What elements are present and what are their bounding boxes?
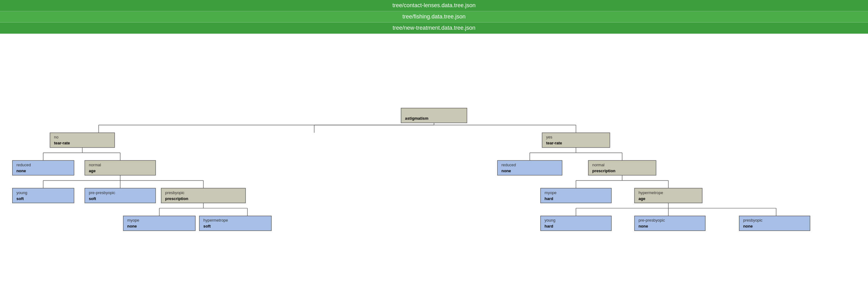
- header-label-2: tree/fishing.data.tree.json: [402, 13, 466, 20]
- header-item-2[interactable]: tree/fishing.data.tree.json: [0, 11, 868, 23]
- header-item-3[interactable]: tree/new-treatment.data.tree.json: [0, 23, 868, 34]
- node-presbyopic-none-bold: none: [743, 224, 753, 229]
- node-no-tearrate-bold: tear-rate: [54, 141, 70, 145]
- node-hypermetrope-soft-top: hypermetrope: [204, 218, 228, 222]
- header-label-3: tree/new-treatment.data.tree.json: [393, 25, 475, 31]
- node-presbyopic-prescription-bold: prescription: [165, 196, 188, 201]
- node-prepresbyopic-none-bold: none: [638, 224, 648, 229]
- node-young-hard-bold: hard: [545, 224, 553, 229]
- node-hypermetrope-age-bold: age: [638, 196, 645, 201]
- node-prepresbyopic-soft-top: pre-presbyopic: [89, 190, 115, 195]
- node-normal-prescription-bold: prescription: [592, 169, 616, 173]
- node-normal-age-bold: age: [89, 169, 96, 173]
- node-myope-hard-bold: hard: [545, 196, 553, 201]
- node-presbyopic-none-top: presbyopic: [743, 218, 763, 222]
- node-young-soft-bold: soft: [17, 196, 24, 201]
- header-label-1: tree/contact-lenses.data.tree.json: [393, 2, 475, 9]
- node-astigmatism-bold: astigmatism: [405, 116, 428, 121]
- node-presbyopic-prescription-top: presbyopic: [165, 190, 185, 195]
- node-yes-tearrate-bold: tear-rate: [546, 141, 562, 145]
- node-reduced-none-1-bold: none: [17, 169, 26, 173]
- tree-svg: astigmatism no tear-rate yes tear-rate r…: [6, 40, 862, 296]
- node-myope-none-top: myope: [127, 218, 139, 222]
- node-hypermetrope-age-top: hypermetrope: [638, 190, 663, 195]
- node-normal-age-top: normal: [89, 162, 101, 167]
- node-young-soft-top: young: [17, 190, 28, 195]
- header-item-1[interactable]: tree/contact-lenses.data.tree.json: [0, 0, 868, 11]
- node-prepresbyopic-none-top: pre-presbyopic: [638, 218, 665, 222]
- node-reduced-none-2-top: reduced: [501, 162, 516, 167]
- node-yes-tearrate-top: yes: [546, 135, 552, 140]
- node-no-tearrate-top: no: [54, 135, 58, 140]
- node-reduced-none-2-bold: none: [501, 169, 511, 173]
- node-myope-none-bold: none: [127, 224, 137, 229]
- header: tree/contact-lenses.data.tree.json tree/…: [0, 0, 868, 34]
- tree-container: astigmatism no tear-rate yes tear-rate r…: [0, 34, 868, 301]
- node-myope-hard-top: myope: [545, 190, 556, 195]
- node-prepresbyopic-soft-bold: soft: [89, 196, 96, 201]
- node-normal-prescription-top: normal: [592, 162, 604, 167]
- node-hypermetrope-soft-bold: soft: [204, 224, 211, 229]
- node-young-hard-top: young: [545, 218, 556, 222]
- node-reduced-none-1-top: reduced: [17, 162, 31, 167]
